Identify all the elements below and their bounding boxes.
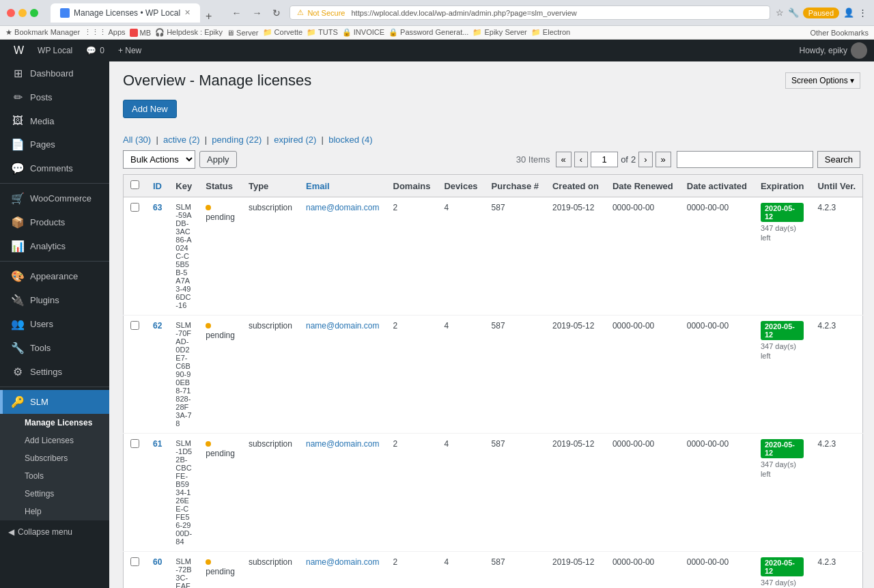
row-devices-cell: 4 (437, 552, 484, 589)
bookmark-manager-label: ★ Bookmark Manager (5, 28, 80, 37)
sidebar-item-posts[interactable]: ✏ Posts (0, 85, 109, 109)
slm-sub-subscribers[interactable]: Subscribers (0, 449, 109, 467)
bookmark-apps[interactable]: ⋮⋮⋮ Apps (84, 28, 126, 37)
browser-tabs: Manage Licenses • WP Local ✕ + (51, 3, 216, 23)
slm-sub-settings[interactable]: Settings (0, 485, 109, 503)
row-key-cell: SLM-1D52B-CBCFE-B5934-126EE-CFE56-2900D-… (169, 434, 199, 552)
bookmark-icon[interactable]: ☆ (776, 8, 784, 18)
select-all-checkbox[interactable] (130, 180, 139, 189)
row-id-link[interactable]: 61 (153, 439, 162, 449)
menu-icon[interactable]: ⋮ (858, 8, 867, 18)
wp-sidebar: ⊞ Dashboard ✏ Posts 🖼 Media 📄 Pages 💬 Co… (0, 61, 109, 588)
sidebar-item-slm[interactable]: 🔑 SLM (0, 390, 109, 414)
email-link[interactable]: name@domain.com (306, 321, 380, 331)
bookmark-epiky-server[interactable]: 📁 Epiky Server (473, 28, 526, 37)
filter-all[interactable]: All (30) (123, 135, 151, 145)
last-page-button[interactable]: » (656, 152, 671, 167)
bookmark-password[interactable]: 🔒 Password Generat... (389, 28, 468, 37)
sidebar-item-products[interactable]: 📦 Products (0, 210, 109, 234)
row-checkbox[interactable] (130, 439, 139, 448)
minimize-window-button[interactable] (18, 9, 27, 17)
table-actions-top: Bulk Actions Apply 30 Items « ‹ of 2 › »… (123, 150, 860, 169)
sort-id-link[interactable]: ID (153, 181, 162, 191)
filter-expired[interactable]: expired (2) (274, 135, 316, 145)
browser-window-controls (7, 9, 38, 17)
slm-sub-tools[interactable]: Tools (0, 467, 109, 485)
new-tab-button[interactable]: + (201, 10, 216, 23)
bookmark-other-label: Other Bookmarks (810, 29, 869, 37)
extensions-icon[interactable]: 🔧 (788, 8, 799, 18)
sidebar-item-dashboard[interactable]: ⊞ Dashboard (0, 61, 109, 85)
wp-logo-menu[interactable]: W (7, 40, 31, 61)
bookmark-mb[interactable]: MB (130, 29, 152, 37)
screen-options-button[interactable]: Screen Options ▾ (785, 72, 860, 89)
sidebar-item-tools[interactable]: 🔧 Tools (0, 336, 109, 360)
user-profile-icon[interactable]: 👤 (843, 8, 854, 18)
close-window-button[interactable] (7, 9, 15, 17)
maximize-window-button[interactable] (30, 9, 38, 17)
next-page-button[interactable]: › (638, 152, 652, 167)
active-tab[interactable]: Manage Licenses • WP Local ✕ (51, 3, 200, 23)
bookmark-invoice[interactable]: 🔒 INVOICE (342, 28, 384, 37)
tab-close-button[interactable]: ✕ (184, 8, 191, 17)
sidebar-item-plugins[interactable]: 🔌 Plugins (0, 288, 109, 312)
bookmark-helpdesk[interactable]: 🎧 Helpdesk : Epiky (155, 28, 223, 37)
bookmark-bookmark-manager[interactable]: ★ Bookmark Manager (5, 28, 80, 37)
sort-email-link[interactable]: Email (306, 181, 330, 191)
row-devices-cell: 4 (437, 197, 484, 316)
email-link[interactable]: name@domain.com (306, 439, 380, 449)
sidebar-item-comments[interactable]: 💬 Comments (0, 156, 109, 180)
slm-sub-manage-licenses[interactable]: Manage Licenses (0, 414, 109, 432)
sidebar-item-users[interactable]: 👥 Users (0, 312, 109, 336)
collapse-menu-button[interactable]: ◀ Collapse menu (0, 520, 109, 544)
page-number-input[interactable] (591, 152, 618, 167)
search-button[interactable]: Search (817, 151, 860, 168)
site-name-menu[interactable]: WP Local (31, 40, 79, 61)
sidebar-item-analytics[interactable]: 📊 Analytics (0, 234, 109, 258)
bulk-actions-select[interactable]: Bulk Actions (123, 150, 195, 169)
apply-button[interactable]: Apply (199, 151, 237, 168)
sidebar-item-settings[interactable]: ⚙ Settings (0, 360, 109, 384)
status-dot-icon (206, 205, 211, 210)
new-content-menu[interactable]: + New (111, 40, 148, 61)
slm-sub-add-licenses[interactable]: Add Licenses (0, 432, 109, 449)
email-link[interactable]: name@domain.com (306, 203, 380, 212)
row-created-cell: 2019-05-12 (546, 316, 606, 434)
add-new-button[interactable]: Add New (123, 100, 177, 118)
row-type-cell: subscription (242, 316, 299, 434)
back-button[interactable]: ← (228, 6, 244, 20)
sidebar-item-woocommerce[interactable]: 🛒 WooCommerce (0, 186, 109, 210)
bookmark-other[interactable]: Other Bookmarks (810, 29, 869, 37)
filter-blocked[interactable]: blocked (4) (328, 135, 372, 145)
howdy-message[interactable]: Howdy, epiky (800, 42, 867, 59)
bookmark-tuts[interactable]: 📁 TUTS (307, 28, 338, 37)
posts-icon: ✏ (11, 91, 25, 104)
sidebar-item-appearance[interactable]: 🎨 Appearance (0, 264, 109, 288)
row-id-link[interactable]: 60 (153, 557, 162, 567)
sidebar-item-media[interactable]: 🖼 Media (0, 109, 109, 132)
reload-button[interactable]: ↻ (269, 6, 284, 20)
slm-sub-help[interactable]: Help (0, 503, 109, 520)
bookmark-corvette[interactable]: 📁 Corvette (263, 28, 303, 37)
row-checkbox[interactable] (130, 203, 139, 212)
address-bar[interactable]: ⚠ Not Secure https://wplocal.ddev.local/… (290, 5, 770, 20)
sidebar-item-pages[interactable]: 📄 Pages (0, 132, 109, 156)
prev-page-button[interactable]: ‹ (574, 152, 588, 167)
row-id-link[interactable]: 63 (153, 203, 162, 212)
email-link[interactable]: name@domain.com (306, 557, 380, 567)
row-expiration-cell: 2020-05-12 347 day(s) left (754, 434, 811, 552)
bookmark-electron[interactable]: 📁 Electron (531, 28, 570, 37)
forward-button[interactable]: → (249, 6, 265, 20)
bookmark-server[interactable]: 🖥 Server (227, 29, 258, 37)
row-status-cell: pending (199, 434, 242, 552)
header-activated-col: Date activated (680, 175, 754, 197)
row-checkbox[interactable] (130, 321, 139, 330)
search-input[interactable] (677, 151, 813, 168)
row-id-link[interactable]: 62 (153, 321, 162, 331)
first-page-button[interactable]: « (556, 152, 572, 167)
comments-menu[interactable]: 💬 0 (79, 40, 111, 61)
row-checkbox[interactable] (130, 557, 139, 566)
filter-active[interactable]: active (2) (163, 135, 199, 145)
filter-pending[interactable]: pending (22) (212, 135, 262, 145)
row-activated-cell: 0000-00-00 (680, 197, 754, 316)
